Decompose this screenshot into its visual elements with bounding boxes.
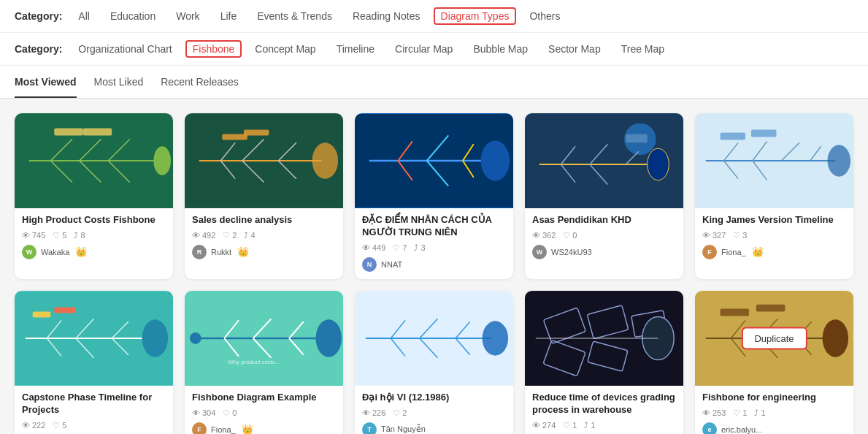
card-7[interactable]: Why product costs... Fishbone Diagram Ex… [185,291,343,434]
eye-icon [362,408,370,417]
svg-point-53 [142,319,169,357]
svg-line-6 [80,161,101,183]
eye-icon [22,421,30,430]
svg-rect-8 [54,129,82,136]
author-avatar: W [532,245,547,259]
card-9[interactable]: Reduce time of devices grading process i… [525,291,683,434]
svg-point-65 [190,332,201,344]
card-2[interactable]: Sales decline analysis 492 2 4 R Rukkt [185,113,343,279]
svg-rect-100 [756,304,785,311]
crown-icon: 👑 [237,246,249,257]
share-icon [244,231,248,240]
svg-point-34 [648,148,669,180]
card-8-body: Đại hội VI (12.1986) 226 2 T Tân Nguyễn [355,386,513,434]
card-2-stats: 492 2 4 [192,231,336,240]
card-5-body: King James Version Timeline 327 3 F Fion… [695,208,853,267]
subcat-sector[interactable]: Sector Map [541,40,608,58]
heart-icon [223,231,230,240]
card-10-body: Fishbone for engineering 253 1 1 e eric.… [695,386,853,434]
svg-point-1 [153,146,171,175]
svg-rect-60 [33,311,51,317]
subcat-fishbone[interactable]: Fishbone [185,40,242,58]
card-4-author: W WS24kU93 [532,245,676,259]
eye-icon [532,421,540,430]
svg-rect-99 [721,308,749,316]
cat-others[interactable]: Others [522,7,567,25]
svg-point-92 [823,319,849,357]
card-1-title: High Product Costs Fishbone [22,214,166,226]
duplicate-button[interactable]: Duplicate [741,327,807,349]
share-icon [584,421,588,430]
card-4[interactable]: Asas Pendidikan KHD 362 0 W WS24kU93 [525,113,683,279]
heart-icon [393,408,400,418]
svg-point-23 [481,140,510,180]
tab-recent-releases[interactable]: Recent Releases [161,76,239,98]
svg-text:Why product costs...: Why product costs... [228,358,280,365]
cat-events[interactable]: Events & Trends [250,7,339,25]
svg-line-4 [108,139,130,161]
heart-icon [53,421,60,430]
tab-most-liked[interactable]: Most Liked [94,76,144,98]
card-5-author: F Fiona_ 👑 [702,245,846,259]
subcat-bubble[interactable]: Bubble Map [466,40,535,58]
subcat-timeline[interactable]: Timeline [329,40,382,58]
card-1-author: W Wakaka 👑 [22,245,166,259]
cat-reading[interactable]: Reading Notes [345,7,428,25]
eye-icon [22,231,30,240]
author-avatar: T [362,422,377,434]
crown-icon: 👑 [752,246,764,257]
cat-life[interactable]: Life [213,7,245,25]
card-8-thumb [355,291,513,386]
card-3-stats: 449 7 3 [362,243,506,253]
category-label-2: Category: [15,43,62,55]
svg-line-7 [108,161,130,183]
eye-icon [532,231,540,240]
subcat-org[interactable]: Organizational Chart [71,40,179,58]
author-avatar: N [362,257,377,272]
cat-work[interactable]: Work [169,7,207,25]
subcat-circular[interactable]: Circular Map [388,40,460,58]
card-8[interactable]: Đại hội VI (12.1986) 226 2 T Tân Nguyễn [355,291,513,434]
eye-icon [362,243,370,252]
card-6[interactable]: Capstone Phase Timeline for Projects 222… [15,291,173,434]
card-9-title: Reduce time of devices grading process i… [532,392,676,416]
card-10-thumb: Duplicate [695,291,853,386]
heart-icon [563,421,570,430]
card-1-thumb [15,113,173,208]
subcat-concept[interactable]: Concept Map [247,40,323,58]
tab-most-viewed[interactable]: Most Viewed [15,76,77,98]
card-9-stats: 274 1 1 [532,421,676,430]
tab-row: Most Viewed Most Liked Recent Releases [0,66,868,99]
card-5-title: King James Version Timeline [702,214,846,226]
card-1[interactable]: High Product Costs Fishbone 745 5 8 W Wa… [15,113,173,279]
subcat-treemap[interactable]: Tree Map [614,40,672,58]
card-6-stats: 222 5 [22,421,166,430]
main-category-row: Category: All Education Work Life Events… [0,0,868,33]
card-5[interactable]: King James Version Timeline 327 3 F Fion… [695,113,853,279]
svg-rect-19 [222,134,247,140]
card-10[interactable]: Duplicate Fishbone for engineering 253 1… [695,291,853,434]
card-2-thumb [185,113,343,208]
svg-point-12 [312,142,339,178]
share-icon [754,408,758,417]
category-label-1: Category: [15,10,62,22]
card-10-title: Fishbone for engineering [702,392,846,404]
svg-point-75 [483,321,509,355]
card-8-stats: 226 2 [362,408,506,418]
card-4-title: Asas Pendidikan KHD [532,214,676,226]
cat-education[interactable]: Education [103,7,163,25]
card-1-views: 745 [22,231,45,240]
svg-point-64 [316,319,342,357]
cat-all[interactable]: All [71,7,97,25]
heart-icon [733,231,740,240]
card-7-title: Fishbone Diagram Example [192,392,336,404]
card-2-body: Sales decline analysis 492 2 4 R Rukkt [185,208,343,267]
card-5-stats: 327 3 [702,231,846,240]
card-6-title: Capstone Phase Timeline for Projects [22,392,166,416]
card-3[interactable]: ĐẶC ĐIỂM NHÂN CÁCH CỦA NGƯỜI TRUNG NIÊN … [355,113,513,279]
svg-line-3 [80,139,101,161]
card-6-thumb [15,291,173,386]
author-avatar: F [702,245,717,259]
cat-diagram[interactable]: Diagram Types [434,7,517,25]
card-3-author: N NNAT [362,257,506,272]
